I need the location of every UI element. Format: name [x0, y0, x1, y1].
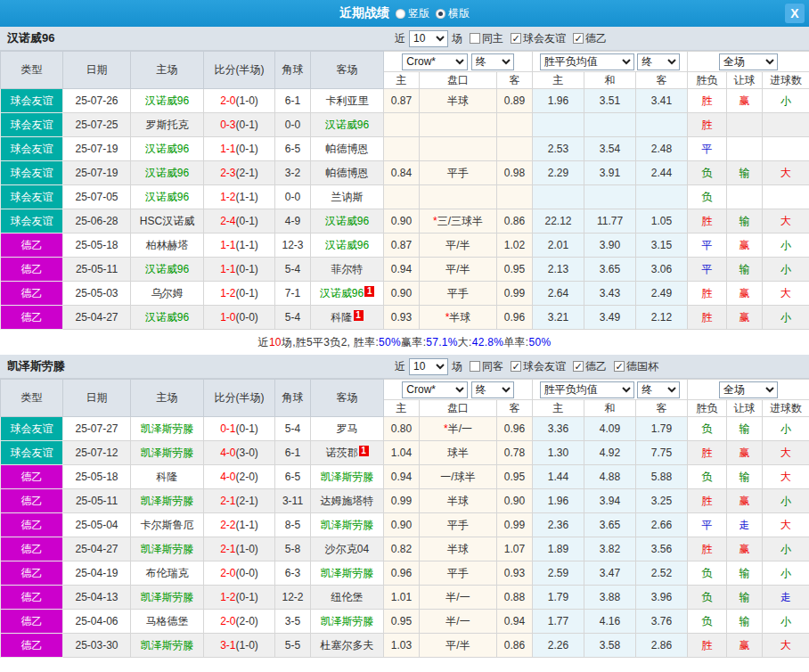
match-row: 球会友谊25-07-26汉诺威962-0(1-0)6-1卡利亚里0.87半球0.…	[1, 89, 809, 113]
radio-icon[interactable]	[396, 9, 405, 19]
checkbox-icon[interactable]: ✓	[614, 361, 625, 372]
mean-type-select[interactable]: 胜平负均值	[540, 53, 634, 70]
sub-column-header: 让球	[727, 72, 763, 89]
scope-select[interactable]: 全场	[719, 53, 778, 70]
odds-away-cell: 0.89	[497, 89, 533, 113]
checkbox-same-venue[interactable]: 同主	[470, 31, 503, 46]
corner-cell: 6-5	[275, 465, 311, 489]
odds-provider-select[interactable]: Crow*	[402, 381, 468, 398]
home-team-name: 凯泽斯劳滕	[141, 422, 194, 435]
checkbox-icon[interactable]: ✓	[573, 33, 584, 44]
checkbox-competition[interactable]: ✓德乙	[573, 359, 607, 374]
match-row: 德乙25-04-27凯泽斯劳滕2-1(1-0)5-8沙尔克040.82半球1.0…	[1, 537, 809, 561]
result-goals-cell: 大	[763, 161, 809, 185]
mean-stage-select[interactable]: 终	[637, 381, 680, 398]
checkbox-label: 球会友谊	[523, 31, 566, 46]
date-cell: 25-07-26	[63, 89, 131, 113]
score-cell: 2-1(1-0)	[204, 537, 275, 561]
score-cell: 1-1(1-1)	[204, 234, 275, 258]
column-header: 角球	[275, 380, 311, 417]
result-handicap-cell: 输	[727, 465, 763, 489]
result-goals-cell: 大	[763, 441, 809, 465]
score-cell: 2-0(0-0)	[204, 561, 275, 586]
home-team-name: 汉诺威96	[145, 191, 189, 203]
mean-stage-select[interactable]: 终	[637, 53, 680, 70]
odds-home-cell: 0.94	[384, 258, 420, 282]
score-cell: 1-2(0-1)	[204, 282, 275, 306]
odds-away-cell: 0.96	[497, 417, 533, 441]
away-team-name: 纽伦堡	[331, 591, 364, 603]
odds-home-cell: 0.99	[384, 489, 420, 513]
odds-home-cell: 0.87	[384, 89, 420, 113]
recent-count-select[interactable]: 10	[409, 358, 448, 375]
odds-away-cell: 0.90	[497, 489, 533, 513]
score-cell: 2-4(0-1)	[204, 209, 275, 234]
handicap-cell: 半球	[420, 89, 497, 113]
mean-type-select[interactable]: 胜平负均值	[540, 381, 634, 398]
radio-vertical-layout[interactable]: 竖版	[396, 6, 429, 21]
odds-provider-select[interactable]: Crow*	[402, 53, 468, 70]
close-icon[interactable]: X	[785, 4, 805, 23]
scope-select[interactable]: 全场	[719, 381, 778, 398]
result-wdl-cell: 负	[688, 586, 727, 610]
odds-away-cell: 1.07	[497, 537, 533, 561]
odds-away-cell: 1.02	[497, 234, 533, 258]
away-team-name: 罗马	[337, 422, 358, 435]
section-header: 凯泽斯劳滕近10场同客✓球会友谊✓德乙✓德国杯	[0, 355, 809, 379]
date-cell: 25-04-06	[63, 610, 131, 634]
summary-part: 42.8%	[472, 336, 504, 348]
home-team-name: 凯泽斯劳滕	[141, 591, 194, 603]
odds-home-cell: 1.01	[384, 586, 420, 610]
handicap-text: 平手	[447, 287, 469, 299]
radio-icon[interactable]	[436, 9, 445, 19]
halftime-score: (1-0)	[236, 639, 258, 652]
checkbox-icon[interactable]: ✓	[511, 361, 521, 372]
sub-column-header: 客	[497, 400, 533, 417]
checkbox-icon[interactable]	[470, 33, 480, 44]
away-team-cell: 汉诺威96	[311, 234, 384, 258]
handicap-cell: 平手	[420, 161, 497, 185]
handicap-text: 半球	[447, 94, 469, 107]
fulltime-score: 0-3	[220, 119, 235, 131]
mean-win-cell: 3.36	[533, 417, 584, 441]
checkbox-competition[interactable]: ✓德国杯	[614, 359, 658, 374]
home-team-cell: 凯泽斯劳滕	[131, 417, 204, 441]
column-header: 客场	[311, 52, 384, 89]
checkbox-icon[interactable]: ✓	[573, 361, 584, 372]
near-label: 近	[395, 31, 405, 46]
away-team-name: 汉诺威96	[325, 239, 369, 251]
handicap-cell: 半球	[420, 489, 497, 513]
corner-cell: 3-5	[275, 610, 311, 634]
mean-win-cell: 1.44	[533, 465, 584, 489]
match-row: 德乙25-04-13凯泽斯劳滕1-2(0-1)12-2纽伦堡1.01半/一0.8…	[1, 586, 809, 610]
away-team-name: 凯泽斯劳滕	[321, 519, 374, 531]
checkbox-same-venue[interactable]: 同客	[470, 359, 503, 374]
home-team-cell: 汉诺威96	[131, 306, 204, 330]
mean-lose-cell: 3.15	[636, 234, 688, 258]
halftime-score: (0-1)	[236, 143, 258, 155]
checkbox-competition[interactable]: ✓球会友谊	[511, 359, 566, 374]
checkbox-competition[interactable]: ✓球会友谊	[511, 31, 566, 46]
mean-win-cell: 3.21	[533, 306, 584, 330]
checkbox-icon[interactable]	[470, 361, 480, 372]
odds-stage-select[interactable]: 终	[471, 53, 514, 70]
competition-type-cell: 球会友谊	[1, 441, 63, 465]
result-wdl-cell: 胜	[688, 306, 727, 330]
odds-home-cell: 0.95	[384, 610, 420, 634]
odds-away-cell: 0.99	[497, 282, 533, 306]
near-label: 近	[395, 359, 405, 374]
handicap-text: 半球	[447, 543, 469, 555]
recent-count-select[interactable]: 10	[409, 30, 448, 47]
checkbox-competition[interactable]: ✓德乙	[573, 31, 607, 46]
odds-stage-select[interactable]: 终	[471, 381, 514, 398]
match-row: 德乙25-04-06马格德堡2-0(2-0)3-5凯泽斯劳滕0.95半/一0.9…	[1, 610, 809, 634]
mean-lose-cell: 2.52	[636, 561, 688, 586]
radio-horizontal-layout[interactable]: 横版	[436, 6, 470, 21]
fulltime-score: 2-1	[220, 495, 235, 507]
checkbox-icon[interactable]: ✓	[511, 33, 521, 44]
score-cell: 4-0(3-0)	[204, 441, 275, 465]
result-handicap-cell: 输	[727, 209, 763, 234]
match-row: 德乙25-05-04卡尔斯鲁厄2-2(1-1)8-5凯泽斯劳滕0.90平手0.9…	[1, 513, 809, 537]
result-wdl-cell: 平	[688, 258, 727, 282]
summary-part: 10	[269, 336, 282, 348]
